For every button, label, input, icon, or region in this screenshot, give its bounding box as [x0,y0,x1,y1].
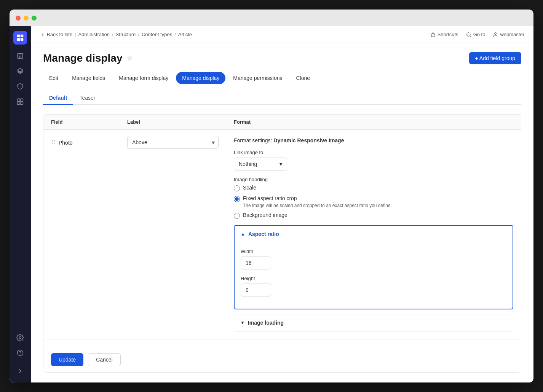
radio-fixed-aspect[interactable]: Fixed aspect ratio crop [234,195,513,202]
format-settings-title: Format settings: Dynamic Responsive Imag… [234,137,513,143]
bookmark-icon[interactable]: ☆ [126,54,133,62]
tab-manage-permissions[interactable]: Manage permissions [227,72,288,84]
format-cell: Format settings: Dynamic Responsive Imag… [234,136,513,333]
back-to-site[interactable]: Back to site [40,32,72,37]
width-label: Width [241,249,506,254]
sidebar-item-extend[interactable] [13,95,27,108]
app-logo[interactable] [13,31,27,45]
radio-background-input[interactable] [234,213,240,219]
link-image-dropdown[interactable]: Nothing ▾ [234,158,287,171]
drag-handle[interactable]: ⠿ [51,139,56,146]
svg-point-13 [19,337,21,339]
action-row: Update Cancel [43,347,521,372]
svg-rect-11 [18,102,20,105]
shield-icon [16,83,24,90]
gear-icon [16,334,24,341]
user-icon [493,32,498,37]
breadcrumb-structure[interactable]: Structure [116,32,136,37]
breadcrumb: Back to site | Administration / Structur… [40,32,192,37]
minimize-button[interactable] [24,16,29,21]
dropdown-chevron-icon: ▾ [279,161,282,167]
goto-button[interactable]: Go to [466,32,486,37]
svg-rect-2 [17,38,20,41]
shortcuts-button[interactable]: Shortcuts [430,32,458,37]
sidebar-item-help[interactable] [13,346,27,360]
aspect-ratio-content: Width Height [235,242,513,309]
sidebar-item-appearance[interactable] [13,80,27,93]
column-label: Label [127,119,234,125]
svg-point-19 [495,32,497,34]
tab-default[interactable]: Default [43,92,73,105]
page-title: Manage display [43,52,123,64]
breadcrumb-administration[interactable]: Administration [78,32,110,37]
svg-rect-10 [21,99,23,102]
aspect-ratio-header[interactable]: ▲ Aspect ratio [235,226,513,242]
help-icon [16,349,24,357]
chevron-down-icon: ▼ [240,320,245,325]
fields-panel: Field Label Format ⠿ Photo [43,114,521,373]
sidebar-item-structure[interactable] [13,64,27,78]
label-select-wrapper: Above Inline Hidden Visually hidden ▾ [127,136,219,149]
tab-teaser[interactable]: Teaser [73,92,101,105]
width-input[interactable] [241,257,271,269]
format-settings: Format settings: Dynamic Responsive Imag… [234,136,513,333]
back-arrow-icon [40,32,45,37]
table-row: ⠿ Photo Above Inline Hidden Visually hid… [43,130,521,339]
label-cell: Above Inline Hidden Visually hidden ▾ [127,136,234,149]
tab-edit[interactable]: Edit [43,72,64,84]
format-name: Dynamic Responsive Image [273,137,344,143]
chevron-right-icon [16,367,24,375]
star-icon [430,32,436,37]
svg-line-18 [470,35,471,37]
add-field-group-button[interactable]: + Add field group [469,52,521,64]
chevron-up-icon: ▲ [241,231,245,237]
svg-rect-1 [21,35,23,37]
maximize-button[interactable] [32,16,37,21]
radio-scale-input[interactable] [234,185,240,191]
page-title-row: Manage display ☆ [43,52,133,64]
link-image-label: Link image to [234,150,513,155]
fixed-aspect-desc: The image will be scaled and cropped to … [243,203,513,208]
search-icon [466,32,471,37]
label-select[interactable]: Above Inline Hidden Visually hidden [127,136,219,149]
breadcrumb-article[interactable]: Article [178,32,192,37]
page-header: Manage display ☆ + Add field group [43,52,521,64]
image-loading-header[interactable]: ▼ Image loading [234,314,513,331]
breadcrumb-content-types[interactable]: Content types [142,32,172,37]
sidebar-item-content[interactable] [13,49,27,63]
image-handling-label: Image handling [234,177,513,182]
radio-scale[interactable]: Scale [234,185,513,191]
close-button[interactable] [16,16,21,21]
radio-fixed-aspect-input[interactable] [234,196,240,202]
column-format: Format [234,119,513,125]
sidebar-item-configuration[interactable] [13,331,27,344]
sidebar-toggle[interactable] [13,364,27,378]
height-label: Height [241,276,506,281]
user-menu[interactable]: webmaster [493,32,524,37]
update-button[interactable]: Update [51,353,83,366]
main-tabs: Edit Manage fields Manage form display M… [43,72,521,84]
tab-manage-form-display[interactable]: Manage form display [113,72,174,84]
modules-icon [16,98,24,105]
radio-background[interactable]: Background image [234,212,513,219]
sub-tabs: Default Teaser [43,92,521,105]
sidebar [10,26,31,382]
topnav-right: Shortcuts Go to webmaster [430,32,524,37]
tab-manage-display[interactable]: Manage display [176,72,225,84]
image-loading-section: ▼ Image loading [234,314,513,331]
titlebar [10,10,533,26]
field-name: Photo [59,140,73,146]
tab-manage-fields[interactable]: Manage fields [66,72,111,84]
height-group: Height [241,276,506,296]
svg-rect-0 [17,35,20,37]
logo-icon [16,33,24,42]
svg-point-14 [18,350,23,356]
table-header: Field Label Format [43,115,521,130]
svg-rect-9 [18,99,20,102]
height-input[interactable] [241,284,271,296]
column-field: Field [51,119,127,125]
content-icon [16,52,24,60]
cancel-button[interactable]: Cancel [88,353,121,366]
svg-rect-12 [21,102,23,105]
tab-clone[interactable]: Clone [290,72,316,84]
